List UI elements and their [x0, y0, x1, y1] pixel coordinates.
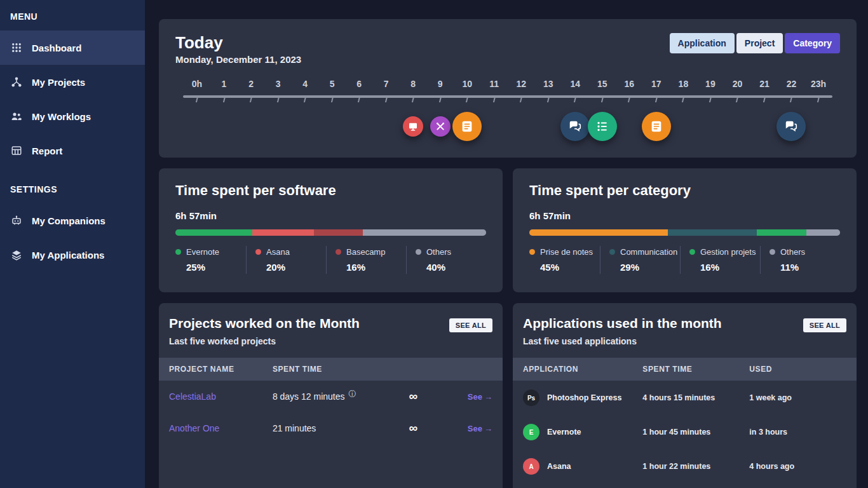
- bar-segment-others: [806, 229, 840, 236]
- sidebar-item-label: My Projects: [32, 77, 85, 88]
- applications-table-header: APPLICATION SPENT TIME USED: [513, 358, 857, 381]
- legend-color-dot: [529, 249, 535, 255]
- timeline-event-checklist[interactable]: [588, 112, 617, 141]
- sidebar-settings-list: My Companions My Applications: [0, 203, 145, 272]
- projects-table-header: PROJECT NAME SPENT TIME: [159, 358, 503, 381]
- hour-tick: [682, 97, 684, 102]
- applications-card-title: Applications used in the month: [523, 316, 722, 331]
- timeline-event-tools[interactable]: [430, 116, 451, 137]
- software-card-title: Time spent per software: [175, 182, 486, 199]
- arrow-right-icon: →: [484, 392, 492, 402]
- infinity-icon: ∞: [392, 390, 434, 403]
- legend-percent: 40%: [416, 262, 486, 273]
- timeline-hour-labels: 0h1234567891011121314151617181920212223h: [197, 79, 818, 94]
- sidebar-menu-heading: MENU: [0, 8, 145, 30]
- application-name: Photoshop Express: [547, 393, 621, 402]
- sidebar-item-my-projects[interactable]: My Projects: [0, 65, 145, 99]
- project-name-link[interactable]: Another One: [169, 423, 273, 433]
- timeline-event-chat[interactable]: [560, 112, 590, 141]
- info-icon[interactable]: ⓘ: [349, 389, 356, 400]
- software-total-time: 6h 57min: [175, 210, 486, 221]
- hour-tick: [655, 97, 658, 102]
- legend-item: Others 40%: [406, 246, 486, 274]
- main-content: Today Monday, December 11, 2023 Applicat…: [145, 0, 868, 488]
- applications-card-subtitle: Last five used applications: [523, 336, 722, 346]
- legend-color-dot: [255, 249, 261, 255]
- bar-segment-evernote: [175, 229, 252, 236]
- sidebar-item-dashboard[interactable]: Dashboard: [0, 30, 145, 65]
- hour-tick: [439, 97, 442, 102]
- timeline-event-note[interactable]: [642, 112, 671, 141]
- hour-tick: [601, 97, 604, 102]
- sidebar-item-report[interactable]: Report: [0, 133, 145, 168]
- hour-label: 4: [302, 79, 308, 89]
- hour-tick: [466, 97, 468, 102]
- legend-item: Others 11%: [760, 246, 840, 274]
- timeline-events: [197, 108, 818, 145]
- project-see-link[interactable]: See →: [468, 424, 492, 433]
- applications-col-app: APPLICATION: [523, 365, 642, 374]
- sidebar: MENU Dashboard My Projects My Worklogs R…: [0, 0, 145, 488]
- legend-item: Gestion projets 16%: [680, 246, 760, 274]
- hour-tick: [763, 97, 766, 102]
- sidebar-item-my-worklogs[interactable]: My Worklogs: [0, 99, 145, 133]
- application-last-used: 1 week ago: [749, 393, 846, 402]
- hour-label: 19: [705, 79, 715, 89]
- dashboard-grid-icon: [10, 41, 23, 54]
- sidebar-item-label: My Worklogs: [32, 111, 91, 122]
- asana-app-icon: A: [523, 458, 539, 475]
- applications-see-all-button[interactable]: SEE ALL: [803, 318, 846, 332]
- today-title: Today: [175, 33, 301, 53]
- projects-month-card: Projects worked on the Month Last five w…: [159, 303, 503, 488]
- hour-label: 13: [543, 79, 553, 89]
- sidebar-item-label: Report: [32, 146, 62, 156]
- project-spent-time: 8 days 12 minutes: [273, 391, 345, 402]
- legend-percent: 29%: [609, 262, 680, 273]
- timeline-event-chat[interactable]: [776, 112, 806, 141]
- legend-name: Basecamp: [346, 247, 385, 257]
- project-see-link[interactable]: See →: [468, 392, 492, 402]
- today-date: Monday, December 11, 2023: [175, 54, 301, 65]
- project-name-link[interactable]: CelestiaLab: [169, 391, 273, 402]
- chat-icon: [568, 119, 582, 133]
- bar-segment-basecamp: [314, 229, 363, 236]
- bar-segment-gestion-projets: [757, 229, 806, 236]
- legend-percent: 45%: [529, 262, 600, 273]
- sidebar-item-label: My Companions: [32, 215, 105, 226]
- projects-see-all-button[interactable]: SEE ALL: [449, 318, 492, 332]
- sidebar-item-my-applications[interactable]: My Applications: [0, 238, 145, 272]
- timeline: 0h1234567891011121314151617181920212223h: [175, 79, 840, 145]
- hour-label: 8: [410, 79, 416, 89]
- legend-name: Evernote: [186, 247, 219, 257]
- chat-icon: [784, 119, 798, 133]
- checklist-icon: [595, 119, 609, 133]
- toggle-application[interactable]: Application: [670, 33, 735, 53]
- application-name: Asana: [547, 462, 571, 471]
- applications-table-body: Ps Photoshop Express 4 hours 15 minutes …: [513, 381, 857, 484]
- sidebar-item-my-companions[interactable]: My Companions: [0, 203, 145, 238]
- application-spent-time: 1 hour 22 minutes: [642, 462, 749, 471]
- sidebar-settings-heading: SETTINGS: [0, 168, 145, 203]
- hour-tick: [817, 97, 820, 102]
- software-legend: Evernote 25% Asana 20% Basecamp 16% Othe…: [159, 246, 503, 274]
- hour-label: 22: [787, 79, 797, 89]
- note-icon: [460, 119, 474, 133]
- application-last-used: in 3 hours: [749, 428, 846, 437]
- hour-label: 14: [571, 79, 581, 89]
- application-last-used: 4 hours ago: [749, 462, 846, 471]
- timeline-event-monitor[interactable]: [403, 116, 423, 137]
- legend-item: Prise de notes 45%: [529, 246, 600, 274]
- hour-tick: [628, 97, 630, 102]
- toggle-project[interactable]: Project: [736, 33, 783, 53]
- legend-color-dot: [336, 249, 341, 255]
- evernote-app-icon: E: [523, 424, 539, 440]
- project-table-row: Another One 21 minutes ⓘ ∞ See →: [159, 412, 503, 444]
- project-table-row: CelestiaLab 8 days 12 minutes ⓘ ∞ See →: [159, 381, 503, 412]
- projects-card-title: Projects worked on the Month: [169, 316, 360, 331]
- companions-machine-icon: [10, 214, 23, 227]
- toggle-category[interactable]: Category: [785, 33, 840, 53]
- see-link-label: See: [468, 424, 482, 433]
- hour-tick: [358, 97, 360, 102]
- hour-label: 12: [516, 79, 526, 89]
- timeline-event-note[interactable]: [452, 112, 482, 141]
